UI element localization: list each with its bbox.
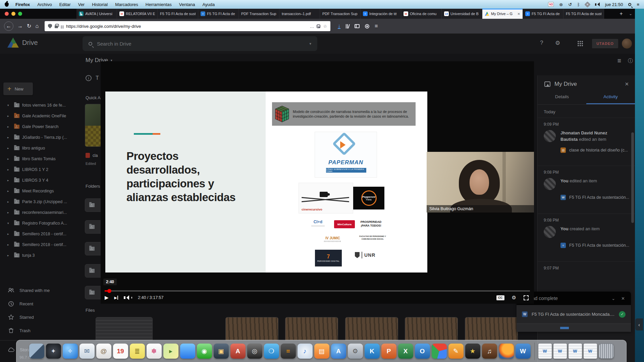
dock-app-icon[interactable]: ◎ (247, 344, 262, 359)
menubar-item[interactable]: Marcadores (115, 2, 138, 7)
dock-document-icon[interactable]: W (584, 344, 597, 359)
status-badge-v2[interactable]: V2 (548, 2, 554, 7)
browser-tab[interactable]: M RELATORÍA VII EN (117, 9, 158, 19)
browser-tab[interactable]: ≡ Integración de té (361, 9, 401, 19)
disclosure-arrow-icon[interactable]: ▸ (7, 179, 11, 182)
search-options-caret-icon[interactable]: ▾ (309, 42, 311, 46)
sidebar-folder-item[interactable]: ▸ reconferenciaseminari... (0, 207, 78, 218)
menubar-item[interactable]: Firefox (15, 2, 30, 7)
bluetooth-icon[interactable]: ᛒ (577, 2, 580, 7)
edge-collapse-chevron[interactable]: ‹ (635, 318, 643, 330)
dock-app-icon[interactable]: ✽ (147, 344, 162, 359)
browser-tab[interactable]: My Drive – G ✕ (482, 9, 523, 19)
menubar-item[interactable]: Editar (59, 2, 71, 7)
back-button[interactable]: ← (4, 21, 13, 31)
sidebar-folder-item[interactable]: ▸ LIBROS 3 Y 4 (0, 175, 78, 186)
disclosure-arrow-icon[interactable]: ▸ (7, 211, 11, 214)
details-info-icon[interactable]: ⓘ (628, 58, 633, 64)
file-thumbnail-photo[interactable] (225, 317, 278, 341)
sidebar-folder-item[interactable]: ▸ LIBROS 1 Y 2 (0, 164, 78, 175)
uploaded-file-name[interactable]: F5 TG FI Acta de sustentación Moncada...… (532, 312, 615, 317)
disclosure-arrow-icon[interactable]: ▸ (7, 243, 11, 246)
drive-search-bar[interactable]: Search in Drive ▾ (83, 36, 317, 51)
dock-document-icon[interactable]: W (538, 344, 552, 359)
activity-entry[interactable]: 9:09 PM Jhonatan David Nunez Bautista ed… (538, 118, 635, 166)
menubar-item[interactable]: Ayuda (203, 2, 215, 7)
dock-app-icon[interactable]: ✧ (63, 344, 78, 359)
disclosure-arrow-icon[interactable]: ▸ (7, 114, 11, 118)
url-bar[interactable]: https://drive.google.com/drive/my-drive … (45, 21, 330, 31)
tab-close-icon[interactable]: ✕ (518, 12, 520, 16)
dock-app-icon[interactable]: X (398, 344, 413, 359)
file-thumbnail-photo[interactable] (405, 317, 458, 341)
close-window-button[interactable] (5, 12, 9, 16)
sidebar-folder-item[interactable]: ▸ Gale Power Search (0, 121, 78, 132)
disclosure-arrow-icon[interactable]: ▸ (7, 157, 11, 161)
dock-document-icon[interactable]: W (553, 344, 567, 359)
new-tab-button[interactable]: + (616, 9, 626, 19)
tab-activity[interactable]: Activity (586, 94, 635, 104)
dock-app-icon[interactable]: ♫ (482, 344, 497, 359)
dock-app-icon[interactable]: ✦ (46, 344, 61, 359)
browser-tab[interactable]: M Oficina de comu (401, 9, 442, 19)
dock-app-icon[interactable]: O (415, 344, 430, 359)
library-icon[interactable] (346, 24, 349, 28)
pocket-icon[interactable] (317, 24, 320, 28)
progress-bar[interactable] (105, 290, 530, 292)
time-machine-icon[interactable]: ↺ (568, 2, 572, 7)
dock-app-icon[interactable]: ▸ (163, 344, 178, 359)
browser-tab[interactable]: PDF Transaction Sup (239, 9, 279, 19)
activity-file-name[interactable]: F5 TG FI Acta de sustentación... (569, 195, 629, 200)
accessibility-icon[interactable]: ⊛ (559, 2, 563, 7)
dock-app-icon[interactable]: ▤ (314, 344, 329, 359)
fullscreen-icon[interactable] (524, 295, 529, 300)
drive-logo-icon[interactable] (7, 38, 19, 48)
menubar-item[interactable]: Ver (78, 2, 85, 7)
sidebar-item-recent[interactable]: Recent (0, 297, 78, 310)
dock-app-icon[interactable]: 19 (113, 344, 128, 359)
new-button[interactable]: + New (3, 82, 33, 95)
sidebar-folder-item[interactable]: ▸ Semillero 2018 - certif... (0, 239, 78, 250)
panel-scrollbar[interactable] (631, 132, 634, 223)
browser-tab[interactable]: PDF Transaction Sup (320, 9, 361, 19)
file-thumbnail-document[interactable] (96, 317, 153, 341)
google-apps-grid-icon[interactable] (578, 41, 579, 42)
panel-close-icon[interactable]: ✕ (625, 81, 629, 87)
menubar-clock[interactable]: jue 21:50 (605, 2, 623, 7)
dock-trash-icon[interactable] (599, 344, 614, 359)
lock-icon[interactable] (55, 25, 58, 28)
zoom-window-button[interactable] (18, 12, 22, 16)
volume-icon[interactable] (124, 295, 132, 300)
folder-card[interactable] (85, 220, 102, 234)
browser-tab[interactable]: F5 TG FI Acta de sust (564, 9, 604, 19)
dock-app-icon[interactable] (29, 344, 44, 359)
dock-app-icon[interactable]: ≣ (130, 344, 145, 359)
sidebar-folder-item[interactable]: ▾ Registro Fotografico A... (0, 218, 78, 229)
dock-app-icon[interactable]: ❍ (264, 344, 279, 359)
dock-document-icon[interactable]: W (569, 344, 582, 359)
activity-entry[interactable]: 9:08 PM You created an item ≡ F5 TG FI A… (538, 214, 635, 262)
folder-card[interactable] (85, 286, 102, 299)
activity-file-name[interactable]: F5 TG FI Acta de sustentación... (569, 243, 629, 248)
permissions-icon[interactable] (61, 25, 62, 27)
volume-icon[interactable] (595, 2, 600, 6)
next-button[interactable]: ▶ (114, 296, 118, 300)
sidebar-item-shared-with-me[interactable]: Shared with me (0, 284, 78, 297)
reload-button[interactable]: ↻ (27, 23, 31, 29)
disclosure-arrow-icon[interactable]: ▸ (7, 200, 11, 203)
folder-card[interactable] (85, 264, 102, 278)
menu-hamburger-icon[interactable]: ≡ (375, 23, 378, 29)
list-view-toggle-icon[interactable]: ≣ (617, 58, 622, 64)
tracking-protection-icon[interactable] (48, 24, 52, 28)
disclosure-arrow-icon[interactable]: ▸ (7, 254, 11, 257)
dock-app-icon[interactable]: ★ (465, 344, 480, 359)
player-settings-icon[interactable]: ⚙ (512, 295, 516, 301)
folder-card[interactable] (85, 198, 102, 212)
disclosure-arrow-icon[interactable]: ▸ (7, 146, 11, 150)
notification-center-icon[interactable]: ≡ (637, 2, 639, 7)
file-thumbnail-photo[interactable] (345, 317, 398, 341)
browser-tab[interactable]: 19 Universidad de B (442, 9, 482, 19)
sidebar-folder-item[interactable]: ▸ Gale Academic OneFile (0, 111, 78, 121)
sidebar-folder-item[interactable]: ▸ JGallardo - Tierra.zip (... (0, 132, 78, 143)
help-icon[interactable]: ? (540, 40, 543, 46)
